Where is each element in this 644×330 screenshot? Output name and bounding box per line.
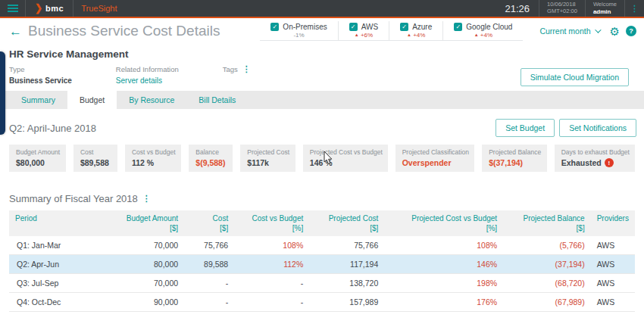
- column-header-providers[interactable]: Providers: [591, 210, 635, 236]
- bmc-chevron-icon: ❯: [35, 2, 42, 14]
- kpi-label: Cost: [80, 148, 111, 156]
- chevron-down-icon: [595, 26, 601, 33]
- kpi-card-budget-amount: Budget Amount$80,000: [9, 145, 66, 172]
- related-info-label: Related Information: [116, 65, 179, 73]
- checkbox-checked-icon[interactable]: ✓: [270, 23, 279, 31]
- trend-up-icon: ▲: [474, 33, 479, 37]
- column-header-budget-amount[interactable]: Budget Amount[$]: [115, 210, 184, 236]
- cell-cost-vs-budget: 112%: [234, 255, 309, 274]
- fiscal-table-header: PeriodBudget Amount[$]Cost[$]Cost vs Bud…: [9, 210, 635, 236]
- cell-projected-cost-vs-budget: 198%: [384, 274, 503, 293]
- set-notifications-button[interactable]: Set Notifications: [559, 119, 636, 137]
- period-selector-dropdown[interactable]: Current month: [539, 26, 599, 36]
- kpi-value: $117k: [247, 158, 289, 167]
- cell-period: Q1: Jan-Mar: [9, 236, 115, 255]
- checkbox-checked-icon[interactable]: ✓: [400, 23, 408, 31]
- trend-up-icon: ▲: [355, 33, 359, 37]
- provider-label: Azure: [412, 23, 432, 31]
- column-header-projected-cost[interactable]: Projected Cost[$]: [309, 210, 384, 236]
- provider-filter-google-cloud[interactable]: ✓Google Cloud▲ +4%: [442, 21, 523, 40]
- gear-icon[interactable]: ⚙: [610, 26, 620, 37]
- table-row-q3-jul-sep[interactable]: Q3: Jul-Sep70,000--138,720198%(68,720)AW…: [9, 274, 635, 293]
- period-selector-label: Current month: [539, 26, 590, 36]
- kpi-label: Budget Amount: [16, 148, 59, 156]
- cell-budget-amount: 70,000: [115, 274, 184, 293]
- cell-period: Q3: Jul-Sep: [9, 274, 115, 293]
- cell-projected-balance: (37,194): [503, 255, 591, 274]
- cell-cost-vs-budget: -: [234, 274, 309, 293]
- column-header-period[interactable]: Period: [9, 210, 115, 236]
- clock-time: 21:26: [496, 0, 539, 17]
- cell-projected-cost: 117,194: [309, 255, 384, 274]
- cell-cost: 89,588: [184, 255, 234, 274]
- kpi-label: Projected Classification: [402, 148, 467, 156]
- cell-budget-amount: 80,000: [115, 255, 184, 274]
- tags-label: Tags: [223, 65, 238, 73]
- cell-cost-vs-budget: 108%: [234, 236, 309, 255]
- column-header-cost[interactable]: Cost[$]: [184, 210, 234, 236]
- kpi-value: $89,588: [80, 158, 111, 167]
- kpi-card-days-to-exhaust-budget: Days to exhaust BudgetExhausted!: [555, 145, 635, 172]
- kpi-value: 146 %: [310, 158, 381, 167]
- tags-menu-icon[interactable]: ⋮: [242, 65, 251, 73]
- kpi-value: Exhausted!: [561, 158, 628, 167]
- cell-period: Q2: Apr-Jun: [9, 255, 115, 274]
- tab-bill-details[interactable]: Bill Details: [186, 90, 248, 109]
- provider-delta: ▲ +4%: [454, 32, 512, 39]
- date-timezone: 10/06/2018 GMT+02:00: [539, 0, 585, 17]
- cell-projected-cost: 157,989: [309, 293, 384, 312]
- cell-projected-balance: (5,766): [503, 236, 591, 255]
- cell-cost-vs-budget: -: [234, 293, 309, 312]
- tab-summary[interactable]: Summary: [9, 90, 67, 109]
- kpi-value: $80,000: [16, 158, 59, 167]
- cell-providers: AWS: [591, 255, 635, 274]
- kpi-card-projected-cost-vs-budget: Projected Cost vs Budget146 %: [303, 145, 388, 172]
- back-arrow-icon[interactable]: ←: [9, 25, 22, 38]
- kpi-label: Balance: [195, 148, 226, 156]
- username: admin: [593, 8, 617, 15]
- kpi-card-cost-vs-budget: Cost vs Budget112 %: [125, 145, 181, 172]
- cell-projected-cost: 75,766: [309, 236, 384, 255]
- column-header-projected-cost-vs-budget[interactable]: Projected Cost vs Budget[%]: [384, 210, 503, 236]
- provider-filter-aws[interactable]: ✓AWS▲ +6%: [338, 21, 389, 40]
- tab-bar: SummaryBudgetBy ResourceBill Details: [0, 91, 644, 110]
- checkbox-checked-icon[interactable]: ✓: [349, 23, 358, 31]
- user-welcome[interactable]: Welcome admin: [585, 0, 624, 17]
- provider-filter-azure[interactable]: ✓Azure▲ +4%: [389, 21, 442, 40]
- bmc-logo-text: bmc: [45, 4, 64, 13]
- provider-delta: ▲ +4%: [400, 32, 432, 39]
- bmc-logo: ❯ bmc: [26, 0, 73, 17]
- table-row-q2-apr-jun[interactable]: Q2: Apr-Jun80,00089,588112%117,194146%(3…: [9, 255, 635, 274]
- cell-projected-cost-vs-budget: 176%: [384, 293, 503, 312]
- table-row-q4-oct-dec[interactable]: Q4: Oct-Dec90,000--157,989176%(67,989)AW…: [9, 293, 635, 312]
- type-value: Business Service: [9, 76, 72, 85]
- fiscal-summary-menu-icon[interactable]: ⋮: [142, 195, 151, 203]
- left-edge-panel-strip: [0, 51, 5, 135]
- table-row-q1-jan-mar[interactable]: Q1: Jan-Mar70,00075,766108%75,766108%(5,…: [9, 236, 635, 255]
- server-details-link[interactable]: Server details: [116, 76, 179, 85]
- tab-budget[interactable]: Budget: [67, 90, 117, 109]
- simulate-cloud-migration-button[interactable]: Simulate Cloud Migration: [521, 68, 629, 86]
- product-name: TrueSight: [73, 0, 124, 17]
- page-title: Business Service Cost Details: [28, 23, 220, 39]
- topbar-overflow-menu-icon[interactable]: ⋮: [624, 0, 644, 17]
- kpi-label: Projected Cost vs Budget: [310, 148, 381, 156]
- provider-label: AWS: [361, 23, 378, 31]
- kpi-label: Projected Balance: [489, 148, 540, 156]
- help-icon[interactable]: ?: [626, 26, 636, 36]
- provider-filter-on-premises[interactable]: ✓On-Premises-1%: [260, 21, 337, 40]
- hamburger-menu-icon[interactable]: [0, 0, 26, 17]
- tab-by-resource[interactable]: By Resource: [117, 90, 186, 109]
- cell-budget-amount: 90,000: [115, 293, 184, 312]
- kpi-card-cost: Cost$89,588: [73, 145, 117, 172]
- set-budget-button[interactable]: Set Budget: [496, 119, 555, 137]
- service-name: HR Service Management: [9, 48, 635, 60]
- cell-cost: 75,766: [184, 236, 234, 255]
- quarter-title: Q2: April-June 2018: [9, 123, 96, 134]
- checkbox-checked-icon[interactable]: ✓: [454, 23, 462, 31]
- column-header-projected-balance[interactable]: Projected Balance[$]: [503, 210, 591, 236]
- provider-filters: ✓On-Premises-1%✓AWS▲ +6%✓Azure▲ +4%✓Goog…: [260, 21, 523, 41]
- kpi-value: $(37,194): [489, 158, 540, 167]
- fiscal-year-table: PeriodBudget Amount[$]Cost[$]Cost vs Bud…: [9, 210, 635, 312]
- column-header-cost-vs-budget[interactable]: Cost vs Budget[%]: [234, 210, 309, 236]
